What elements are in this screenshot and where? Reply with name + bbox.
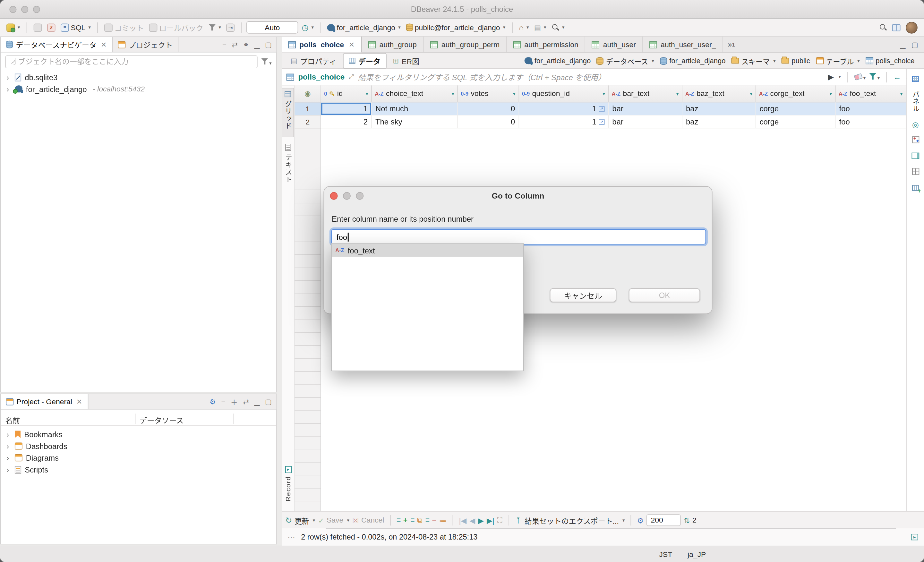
filter-table-name[interactable]: polls_choice xyxy=(298,72,345,81)
last-row-button[interactable]: ▶| xyxy=(487,516,494,525)
breadcrumb-schema[interactable]: public xyxy=(782,57,810,65)
tab-auth-group[interactable]: auth_group xyxy=(362,37,423,52)
chevron-down-icon[interactable]: ▾ xyxy=(838,74,841,79)
active-connection-select[interactable]: for_article_django▾ xyxy=(326,22,402,33)
global-search-button[interactable] xyxy=(878,22,889,32)
calc-panel-icon[interactable] xyxy=(912,136,919,145)
minimize-panel-icon[interactable]: ▁ xyxy=(254,397,260,406)
column-header-id[interactable]: 0 id ▾ xyxy=(321,85,372,102)
sort-filter-icon[interactable]: ▾ xyxy=(452,91,454,97)
column-header-choice-text[interactable]: A-Z choice_text ▾ xyxy=(372,85,458,102)
locale-indicator[interactable]: ja_JP xyxy=(687,550,706,559)
filter-input[interactable]: 結果をフィルタリングする SQL 式を入力します（Ctrl + Space を使… xyxy=(358,71,824,82)
account-button[interactable] xyxy=(904,20,920,34)
sort-filter-icon[interactable]: ▾ xyxy=(366,91,368,97)
rollback-button[interactable]: ロールバック xyxy=(147,21,205,34)
column-datasource-header[interactable]: データソース xyxy=(140,414,183,426)
transfer-button[interactable]: ⇥ xyxy=(225,22,237,33)
panels-grid-icon[interactable] xyxy=(912,75,918,84)
goto-column-input[interactable]: foo xyxy=(331,229,706,244)
maximize-panel-icon[interactable]: ▢ xyxy=(912,40,918,49)
save-filter-button[interactable]: ▾ xyxy=(869,72,880,81)
breadcrumb-schema-category[interactable]: スキーマ▾ xyxy=(732,56,776,66)
active-schema-select[interactable]: public@for_article_django▾ xyxy=(404,22,507,33)
sort-filter-icon[interactable]: ▾ xyxy=(830,91,832,97)
close-icon[interactable]: ✕ xyxy=(101,40,106,49)
column-header-bar-text[interactable]: A-Z bar_text ▾ xyxy=(609,85,682,102)
cell-votes[interactable]: 0 xyxy=(458,115,519,128)
execute-query-button[interactable]: ▶ xyxy=(828,72,834,81)
fetch-all-button[interactable]: ⛶ xyxy=(497,516,502,525)
tab-auth-user-user[interactable]: auth_user_user_ xyxy=(643,37,723,52)
cell-id[interactable]: 2 xyxy=(321,115,372,128)
expander-icon[interactable]: › xyxy=(6,85,11,94)
expand-filter-icon[interactable]: ⤢ xyxy=(349,73,354,81)
next-row-button[interactable]: ▶ xyxy=(478,516,484,525)
sql-editor-button[interactable]: ≡SQL▾ xyxy=(59,22,93,33)
dialog-ok-button[interactable]: OK xyxy=(629,288,700,302)
select-all-cell[interactable]: ◉ xyxy=(294,85,321,102)
sort-filter-icon[interactable]: ▾ xyxy=(750,91,752,97)
commit-mode-select[interactable]: Auto xyxy=(246,21,298,34)
refresh-button[interactable]: ↻更新▾ xyxy=(285,514,315,526)
column-header-baz-text[interactable]: A-Z baz_text ▾ xyxy=(682,85,756,102)
column-name-header[interactable]: 名前 xyxy=(6,414,20,426)
save-button[interactable]: ✓Save▾ xyxy=(318,516,349,525)
record-mode-toggle[interactable]: ▸ Record xyxy=(282,463,294,509)
sort-filter-icon[interactable]: ▾ xyxy=(603,91,605,97)
maximize-results-icon[interactable]: ▸ xyxy=(911,534,918,540)
home-button[interactable]: ⌂▾ xyxy=(517,22,531,33)
metadata-panel-icon[interactable] xyxy=(912,152,919,161)
fetch-size-input[interactable] xyxy=(647,514,681,526)
collapse-all-icon[interactable]: − xyxy=(222,40,226,49)
tab-projects[interactable]: プロジェクト xyxy=(112,37,179,52)
references-panel-icon[interactable] xyxy=(912,183,918,192)
close-icon[interactable]: ✕ xyxy=(76,397,82,406)
cancel-button[interactable]: ☒Cancel xyxy=(352,516,384,525)
column-header-foo-text[interactable]: A-Z foo_text ▾ xyxy=(836,85,906,102)
cell-corge-text[interactable]: corge xyxy=(756,115,836,128)
cell-question-id[interactable]: 1↗ xyxy=(519,115,609,128)
duplicate-row-button[interactable]: ≡⧉ xyxy=(410,516,422,525)
breadcrumb-database-category[interactable]: データベース▾ xyxy=(597,56,654,66)
cell-baz-text[interactable]: baz xyxy=(682,103,756,115)
tab-grid-presentation[interactable]: グリッド xyxy=(282,88,294,137)
expander-icon[interactable]: › xyxy=(6,453,11,462)
column-header-question-id[interactable]: 0-9 question_id ▾ xyxy=(519,85,609,102)
open-perspective-button[interactable] xyxy=(890,23,902,32)
cell-foo-text[interactable]: foo xyxy=(836,103,906,115)
clear-filter-button[interactable]: ▾ xyxy=(854,72,866,81)
breadcrumb-database[interactable]: for_article_django xyxy=(660,57,726,65)
link-with-editor-icon[interactable]: ⇄ xyxy=(243,397,249,406)
sort-filter-icon[interactable]: ▾ xyxy=(676,91,679,97)
column-header-votes[interactable]: 0-9 votes ▾ xyxy=(458,85,519,102)
tab-project-general[interactable]: Project - General ✕ xyxy=(1,394,88,409)
chain-icon[interactable]: ⚭ xyxy=(243,40,249,49)
quick-search-button[interactable]: ▾ xyxy=(550,22,566,32)
column-header-corge-text[interactable]: A-Z corge_text ▾ xyxy=(756,85,836,102)
tab-overflow-button[interactable]: »1 xyxy=(723,37,740,52)
cell-foo-text[interactable]: foo xyxy=(836,115,906,128)
cell-question-id[interactable]: 1↗ xyxy=(519,103,609,115)
cell-choice-text[interactable]: The sky xyxy=(372,115,458,128)
tree-item-sqlite[interactable]: › db.sqlite3 xyxy=(1,71,276,83)
expander-icon[interactable]: › xyxy=(6,73,11,82)
column-divider[interactable] xyxy=(233,414,234,424)
tree-item-postgres[interactable]: › for_article_django - localhost:5432 xyxy=(1,83,276,95)
minimize-panel-icon[interactable]: ▁ xyxy=(254,40,260,49)
tab-text-presentation[interactable]: テキスト xyxy=(282,141,294,190)
cell-corge-text[interactable]: corge xyxy=(756,103,836,115)
dialog-cancel-button[interactable]: キャンセル xyxy=(550,288,616,302)
export-resultset-button[interactable]: ⭱結果セットのエクスポート...▾ xyxy=(515,514,625,526)
tree-item-dashboards[interactable]: › Dashboards xyxy=(1,440,276,452)
expander-icon[interactable]: › xyxy=(6,465,11,474)
tree-item-scripts[interactable]: › Scripts xyxy=(1,464,276,476)
sort-filter-icon[interactable]: ▾ xyxy=(513,91,516,97)
collapse-all-icon[interactable]: − xyxy=(221,397,225,406)
transaction-timeout-button[interactable]: ◷▾ xyxy=(300,22,315,33)
cell-votes[interactable]: 0 xyxy=(458,103,519,115)
maximize-panel-icon[interactable]: ▢ xyxy=(265,40,272,49)
transaction-abort-button[interactable]: ✗ xyxy=(45,22,57,33)
sort-filter-icon[interactable]: ▾ xyxy=(900,91,903,97)
timezone-indicator[interactable]: JST xyxy=(659,550,672,559)
